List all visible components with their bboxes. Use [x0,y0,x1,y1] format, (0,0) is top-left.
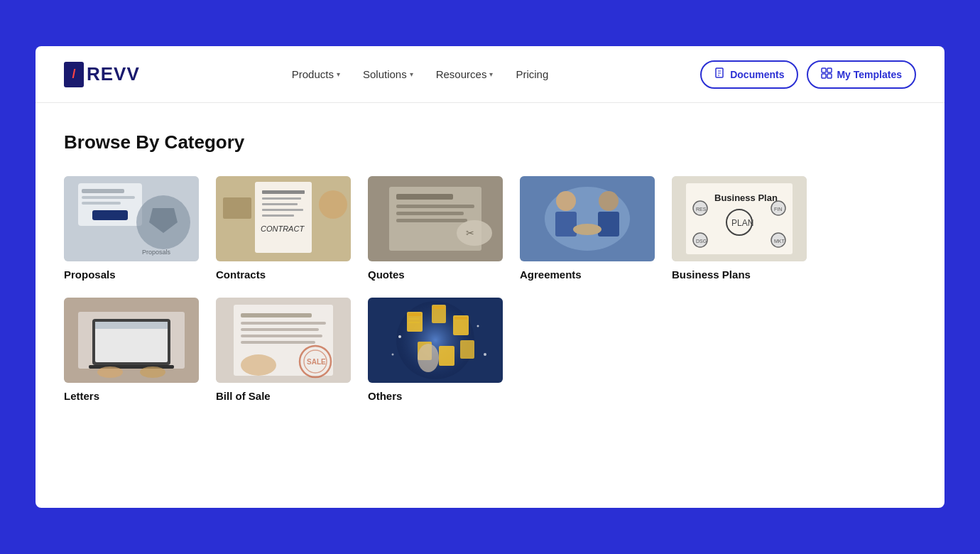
category-business-plans[interactable]: Business Plan PLAN RES FIN DSG MKT [672,176,807,281]
category-proposals[interactable]: Proposals Proposals [64,176,199,281]
svg-rect-6 [822,74,826,78]
svg-rect-76 [408,313,421,316]
svg-point-88 [477,325,479,327]
svg-rect-37 [555,212,577,237]
svg-rect-31 [396,219,467,222]
section-title: Browse By Category [64,131,916,153]
category-label-proposals: Proposals [64,268,199,281]
svg-text:PLAN: PLAN [731,218,753,228]
svg-point-36 [556,191,576,211]
chevron-down-icon: ▾ [337,70,340,78]
svg-text:DSG: DSG [696,239,707,244]
svg-rect-78 [408,322,420,323]
main-content: Browse By Category Proposals [36,103,944,438]
svg-point-89 [392,354,394,356]
svg-rect-65 [241,322,326,325]
nav-item-products[interactable]: Products ▾ [292,68,340,80]
svg-rect-11 [82,196,135,199]
category-bill-of-sale[interactable]: SALE Bill of Sale [216,298,351,402]
nav-item-resources[interactable]: Resources ▾ [436,68,494,80]
svg-rect-68 [241,341,315,344]
svg-rect-77 [408,318,419,320]
logo[interactable]: / REVV [64,62,140,87]
chevron-down-icon: ▾ [489,70,493,78]
nav-label-solutions: Solutions [363,68,407,80]
document-icon [714,67,726,82]
main-container: / REVV Products ▾ Solutions ▾ Resources … [36,46,944,508]
category-image-proposals: Proposals [64,176,199,261]
category-grid: Proposals Proposals CONTRAC [64,176,916,402]
svg-point-38 [599,191,619,211]
nav-label-resources: Resources [436,68,487,80]
svg-point-90 [484,353,486,356]
svg-rect-4 [822,68,826,72]
svg-text:SALE: SALE [307,358,326,366]
svg-rect-85 [460,340,474,359]
chevron-down-icon: ▾ [410,70,413,78]
svg-rect-30 [396,212,464,215]
documents-button-label: Documents [730,69,784,80]
svg-rect-80 [433,306,445,309]
documents-button[interactable]: Documents [700,60,798,89]
svg-text:CONTRACT: CONTRACT [261,224,305,233]
svg-point-61 [140,366,165,378]
svg-rect-58 [95,322,168,329]
category-image-contracts: CONTRACT [216,176,351,261]
category-label-letters: Letters [64,390,199,402]
svg-rect-10 [82,189,124,193]
my-templates-button[interactable]: My Templates [807,60,916,89]
svg-point-25 [319,190,347,219]
svg-rect-39 [598,212,619,237]
svg-rect-67 [241,335,322,337]
nav-label-pricing: Pricing [516,68,548,80]
svg-rect-24 [223,197,251,219]
svg-point-87 [398,335,401,338]
svg-point-60 [97,366,123,378]
category-label-contracts: Contracts [216,268,351,281]
logo-icon: / [64,62,84,87]
svg-point-40 [573,224,601,235]
nav-label-products: Products [292,68,334,80]
svg-text:✂: ✂ [466,227,474,239]
header: / REVV Products ▾ Solutions ▾ Resources … [36,46,944,103]
svg-rect-84 [439,346,454,366]
category-quotes[interactable]: ✂ Quotes [368,176,503,281]
svg-rect-29 [396,205,474,208]
svg-text:Business Plan: Business Plan [714,192,778,203]
svg-rect-18 [262,190,305,194]
category-label-quotes: Quotes [368,268,503,281]
svg-rect-13 [92,210,128,220]
svg-text:RES: RES [696,207,707,212]
nav: Products ▾ Solutions ▾ Resources ▾ Prici… [292,68,548,80]
nav-item-pricing[interactable]: Pricing [516,68,548,80]
category-agreements[interactable]: Agreements [520,176,655,281]
svg-text:MKT: MKT [774,239,785,244]
svg-rect-28 [396,194,453,200]
svg-rect-12 [82,202,121,205]
category-image-letters [64,298,199,383]
nav-buttons: Documents My Templates [700,60,916,89]
svg-rect-22 [262,214,294,217]
category-image-quotes: ✂ [368,176,503,261]
category-image-bill-of-sale: SALE [216,298,351,383]
category-image-business-plans: Business Plan PLAN RES FIN DSG MKT [672,176,807,261]
svg-rect-82 [454,317,467,320]
category-label-agreements: Agreements [520,268,655,281]
logo-text: REVV [87,63,140,85]
category-contracts[interactable]: CONTRACT Contracts [216,176,351,281]
svg-point-72 [241,354,276,376]
category-image-agreements [520,176,655,261]
category-letters[interactable]: Letters [64,298,199,402]
category-others[interactable]: Others [368,298,503,402]
svg-text:Proposals: Proposals [142,249,171,256]
svg-text:FIN: FIN [774,207,782,212]
svg-rect-7 [827,74,832,78]
svg-rect-19 [262,197,301,200]
svg-rect-5 [827,68,832,72]
svg-rect-64 [241,313,312,317]
svg-rect-66 [241,328,319,331]
category-label-bill-of-sale: Bill of Sale [216,390,351,402]
nav-item-solutions[interactable]: Solutions ▾ [363,68,413,80]
svg-point-32 [457,220,492,246]
logo-slash: / [72,67,75,82]
